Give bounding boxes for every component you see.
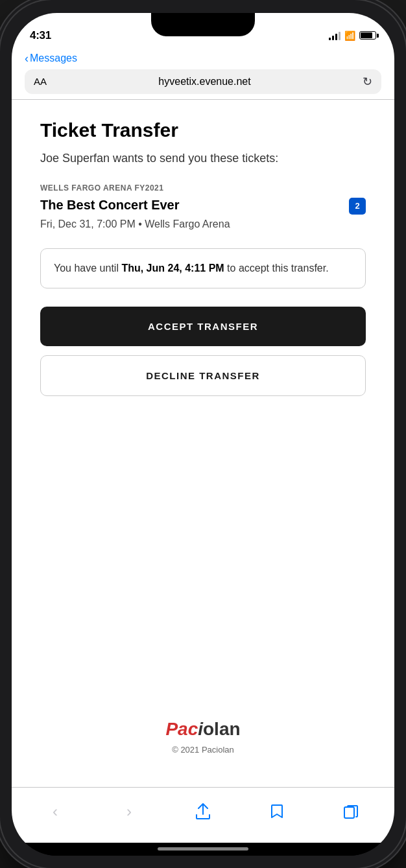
event-title: The Best Concert Ever	[40, 198, 180, 213]
home-indicator	[12, 843, 394, 856]
deadline-prefix: You have until	[54, 263, 121, 274]
bookmarks-button[interactable]	[261, 795, 293, 828]
deadline-date: Thu, Jun 24, 4:11 PM	[121, 263, 224, 274]
battery-icon	[359, 31, 376, 40]
event-details: Fri, Dec 31, 7:00 PM • Wells Fargo Arena	[40, 218, 366, 230]
page-title: Ticket Transfer	[40, 119, 366, 141]
status-time: 4:31	[30, 29, 51, 42]
back-button[interactable]: ‹ Messages	[25, 52, 381, 65]
paciolan-logo: Paciolan	[165, 719, 240, 740]
event-row: The Best Concert Ever 2	[40, 198, 366, 215]
decline-transfer-button[interactable]: DECLINE TRANSFER	[40, 355, 366, 396]
venue-label: WELLS FARGO ARENA FY2021	[40, 183, 366, 193]
status-bar: 4:31 📶	[12, 13, 394, 49]
copyright-text: © 2021 Paciolan	[172, 745, 234, 755]
refresh-icon[interactable]: ↻	[363, 75, 372, 89]
address-bar[interactable]: AA hyveetix.evenue.net ↻	[25, 69, 381, 94]
footer: Paciolan © 2021 Paciolan	[40, 422, 366, 768]
logo-pac: Pac	[165, 719, 198, 739]
bottom-toolbar: ‹ ›	[12, 787, 394, 843]
ticket-count-badge: 2	[349, 198, 366, 215]
phone-device: 4:31 📶 ‹ Messages AA	[0, 0, 406, 868]
svg-rect-0	[344, 807, 354, 818]
aa-button[interactable]: AA	[34, 76, 47, 87]
subtitle-text: Joe Superfan wants to send you these tic…	[40, 152, 366, 165]
web-content: Ticket Transfer Joe Superfan wants to se…	[12, 100, 394, 787]
signal-icon	[329, 31, 340, 40]
navigation-bar: ‹ Messages AA hyveetix.evenue.net ↻	[12, 49, 394, 99]
wifi-icon: 📶	[344, 30, 355, 41]
deadline-suffix: to accept this transfer.	[224, 263, 329, 274]
back-chevron-icon: ‹	[25, 52, 29, 65]
tabs-button[interactable]	[335, 795, 367, 828]
home-bar	[158, 847, 248, 850]
phone-screen: 4:31 📶 ‹ Messages AA	[12, 13, 394, 856]
notch	[151, 13, 255, 36]
deadline-box: You have until Thu, Jun 24, 4:11 PM to a…	[40, 248, 366, 288]
logo-iolan: iolan	[198, 719, 240, 739]
forward-nav-button[interactable]: ›	[113, 795, 145, 828]
url-display[interactable]: hyveetix.evenue.net	[47, 76, 363, 88]
back-label: Messages	[30, 53, 77, 64]
status-icons: 📶	[329, 30, 376, 41]
share-button[interactable]	[187, 795, 219, 828]
back-nav-button[interactable]: ‹	[39, 795, 71, 828]
accept-transfer-button[interactable]: ACCEPT TRANSFER	[40, 307, 366, 346]
